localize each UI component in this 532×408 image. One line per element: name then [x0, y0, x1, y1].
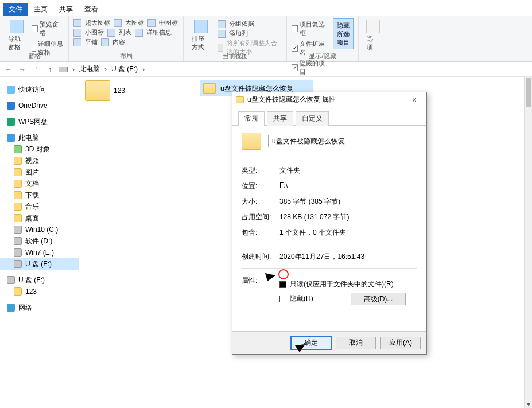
sidebar-label: 3D 对象 [25, 145, 50, 154]
layout-list[interactable]: 列表 [119, 28, 131, 37]
sort-button[interactable]: 排序方式 [188, 18, 214, 56]
vertical-scrollbar[interactable]: ▴ ▾ [524, 77, 532, 408]
advanced-button[interactable]: 高级(D)... [351, 293, 406, 305]
tab-custom[interactable]: 自定义 [296, 111, 329, 126]
sidebar-drive-e[interactable]: Win7 (E:) [0, 247, 79, 258]
apply-button[interactable]: 应用(A) [380, 337, 421, 349]
sort-icon [194, 20, 208, 33]
addcol-button[interactable]: 添加列 [218, 29, 282, 38]
label-type: 类型: [242, 166, 279, 176]
cloud-icon [7, 102, 15, 110]
forward-button[interactable]: → [17, 64, 28, 75]
sidebar-pictures[interactable]: 图片 [0, 166, 79, 178]
sidebar-this-pc[interactable]: 此电脑 [0, 132, 79, 143]
drive-f2-icon [7, 276, 15, 284]
value-created: 2020年11月27日，16:51:43 [279, 252, 417, 262]
preview-pane-checkbox[interactable]: 预览窗格 [32, 20, 64, 38]
sidebar-label: WPS网盘 [18, 117, 48, 127]
item-checkbox-option[interactable]: 项目复选框 [292, 20, 329, 38]
file-item-123[interactable]: 123 [85, 80, 125, 101]
scroll-down-icon[interactable]: ▾ [525, 400, 532, 408]
ribbon-tab-home[interactable]: 主页 [28, 3, 53, 16]
content-icon [101, 38, 109, 46]
sidebar-wps[interactable]: WPS网盘 [0, 116, 79, 127]
tab-share[interactable]: 共享 [267, 111, 293, 126]
sidebar-label: 此电脑 [18, 133, 39, 143]
drive-e-icon [14, 248, 22, 257]
video-icon [14, 157, 22, 165]
addcol-label: 添加列 [229, 29, 248, 38]
tab-general[interactable]: 常规 [238, 111, 265, 126]
sidebar-label: 软件 (D:) [25, 236, 52, 246]
autosize-icon [218, 44, 224, 52]
groupby-button[interactable]: 分组依据 [218, 20, 282, 28]
desktop-icon [14, 214, 22, 222]
sidebar-onedrive[interactable]: OneDrive [0, 100, 79, 111]
dialog-titlebar[interactable]: u盘文件被隐藏怎么恢复 属性 × [232, 92, 426, 107]
pic-icon [14, 168, 22, 176]
details-icon [135, 29, 143, 37]
layout-tiles[interactable]: 平铺 [85, 38, 98, 46]
back-button[interactable]: ← [3, 64, 14, 75]
sidebar-videos[interactable]: 视频 [0, 155, 79, 166]
sidebar-documents[interactable]: 文档 [0, 178, 79, 189]
sidebar-drive-f[interactable]: U 盘 (F:) [0, 274, 79, 286]
nav-pane-label: 导航窗格 [8, 34, 26, 52]
sidebar-desktop[interactable]: 桌面 [0, 212, 79, 224]
sidebar-label: 快速访问 [18, 85, 46, 95]
sidebar-quick-access[interactable]: 快速访问 [0, 84, 79, 95]
sidebar-drive-f-selected[interactable]: U 盘 (F:) [0, 258, 79, 270]
layout-xl-icons[interactable]: 超大图标 [85, 18, 110, 27]
sidebar-drive-d[interactable]: 软件 (D:) [0, 235, 79, 247]
ribbon-tab-file[interactable]: 文件 [3, 3, 28, 16]
layout-l-icons[interactable]: 大图标 [125, 18, 144, 27]
recent-dropdown[interactable]: ˅ [31, 64, 41, 75]
xl-icons-icon [73, 19, 81, 27]
breadcrumb-pc[interactable]: 此电脑 [79, 64, 100, 74]
hidden-checkbox[interactable] [279, 296, 286, 302]
ribbon-tab-view[interactable]: 查看 [79, 3, 104, 16]
options-icon [366, 20, 380, 33]
layout-s-icons[interactable]: 小图标 [85, 28, 104, 37]
layout-content[interactable]: 内容 [112, 38, 125, 46]
s-icons-icon [73, 29, 81, 37]
scroll-thumb[interactable] [526, 78, 531, 107]
nav-pane-icon [10, 20, 24, 33]
preview-pane-label: 预览窗格 [40, 20, 64, 37]
hidden-checkbox-option[interactable]: 隐藏的项目 [292, 59, 329, 77]
music-icon [14, 203, 22, 211]
breadcrumb-drive[interactable]: U 盘 (F:) [111, 64, 138, 74]
drive-f-icon [14, 260, 22, 268]
cancel-button[interactable]: 取消 [336, 337, 376, 349]
ribbon-tab-share[interactable]: 共享 [53, 3, 79, 16]
layout-details[interactable]: 详细信息 [146, 28, 172, 37]
sidebar-music[interactable]: 音乐 [0, 201, 79, 212]
folder-icon [236, 96, 244, 103]
ok-button[interactable]: 确定 [291, 337, 331, 349]
sidebar-downloads[interactable]: 下载 [0, 189, 79, 201]
ribbon: 导航窗格 预览窗格 详细信息窗格 窗格 超大图标 大图标 中图标 小图标 列表 … [0, 16, 532, 62]
sidebar-label: 下载 [25, 191, 39, 200]
hide-selected-button[interactable]: 隐藏 所选项目 [333, 18, 354, 49]
sidebar-folder-123[interactable]: 123 [0, 286, 79, 297]
options-button[interactable]: 选项 [363, 18, 382, 53]
close-button[interactable]: × [406, 95, 423, 104]
sidebar-label: 视频 [25, 156, 39, 166]
ribbon-group-panes: 导航窗格 预览窗格 详细信息窗格 窗格 [0, 16, 69, 61]
up-button[interactable]: ↑ [45, 64, 55, 75]
sidebar-drive-c[interactable]: Win10 (C:) [0, 224, 79, 235]
value-sizeondisk: 128 KB (131,072 字节) [279, 212, 417, 222]
tiles-icon [73, 38, 81, 46]
sidebar-network[interactable]: 网络 [0, 302, 79, 313]
sidebar-3d-objects[interactable]: 3D 对象 [0, 143, 79, 155]
list-icon [107, 29, 115, 37]
folder-icon [85, 80, 110, 101]
hide-selected-l1: 隐藏 [337, 21, 350, 30]
wps-icon [7, 118, 15, 126]
layout-m-icons[interactable]: 中图标 [159, 18, 178, 27]
label-size: 大小: [242, 197, 279, 207]
sidebar-label: 文档 [25, 179, 39, 189]
folder-name-input[interactable] [268, 135, 417, 147]
dialog-button-row: 确定 取消 应用(A) [232, 331, 426, 354]
ribbon-group-showhide: 项目复选框 文件扩展名 隐藏的项目 隐藏 所选项目 显示/隐藏 [287, 16, 359, 61]
